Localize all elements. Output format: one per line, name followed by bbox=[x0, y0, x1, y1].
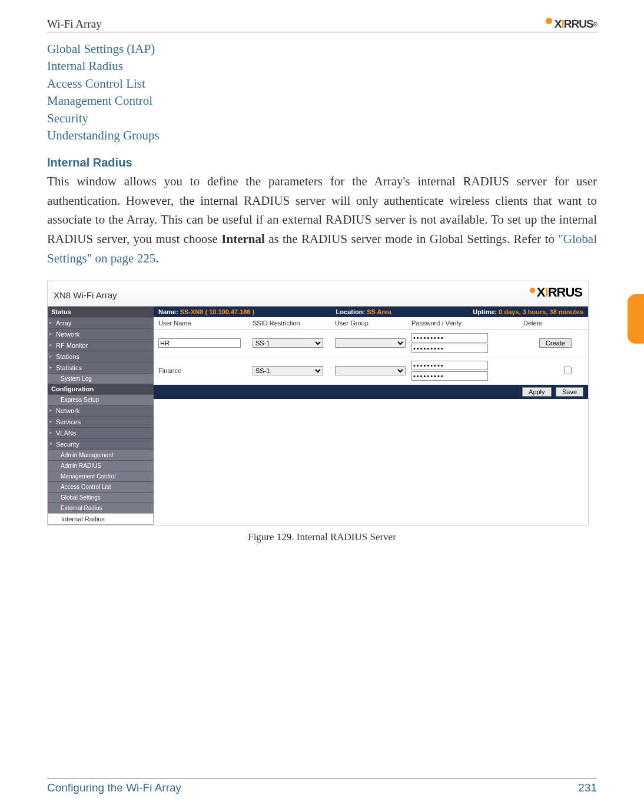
sidebar-header-status: Status bbox=[48, 307, 154, 317]
col-pass: Password / Verify bbox=[411, 320, 523, 327]
see-also-list: Global Settings (IAP) Internal Radius Ac… bbox=[47, 41, 597, 144]
section-heading: Internal Radius bbox=[47, 156, 597, 169]
sidebar-item-security[interactable]: Security bbox=[48, 438, 154, 450]
sidebar-item-external-radius[interactable]: External Radius bbox=[48, 502, 154, 513]
status-bar: Name: SS-XN8 ( 10.100.47.186 ) Location:… bbox=[154, 307, 588, 317]
status-name: SS-XN8 ( 10.100.47.186 ) bbox=[180, 308, 255, 315]
password-input[interactable] bbox=[411, 333, 488, 342]
col-delete: Delete bbox=[523, 320, 548, 327]
sidebar-item-rf-monitor[interactable]: RF Monitor bbox=[48, 340, 154, 351]
sidebar-item-admin-management[interactable]: Admin Management bbox=[48, 450, 154, 460]
footer-page-number: 231 bbox=[578, 781, 597, 794]
table-row: SS-1 Create bbox=[154, 330, 588, 357]
status-name-label: Name: bbox=[158, 308, 178, 315]
action-bar: Apply Save bbox=[154, 385, 588, 399]
figure-screenshot: XN8 Wi-Fi Array XIRRUS Status Array Netw… bbox=[47, 281, 589, 525]
para-end: . bbox=[155, 251, 158, 265]
link-security[interactable]: Security bbox=[47, 110, 597, 127]
link-understanding-groups[interactable]: Understanding Groups bbox=[47, 127, 597, 144]
sidebar-item-services[interactable]: Services bbox=[48, 416, 154, 427]
link-access-control-list[interactable]: Access Control List bbox=[47, 75, 597, 92]
table-row: Finance SS-1 bbox=[154, 357, 588, 385]
figure-caption: Figure 129. Internal RADIUS Server bbox=[47, 531, 597, 543]
app-sidebar: Status Array Network RF Monitor Stations… bbox=[48, 307, 154, 525]
username-input[interactable] bbox=[158, 338, 241, 348]
sidebar-item-internal-radius[interactable]: Internal Radius bbox=[48, 513, 154, 525]
verify-input[interactable] bbox=[411, 344, 488, 353]
link-internal-radius[interactable]: Internal Radius bbox=[47, 58, 597, 75]
brand-logo: XIRRUS® bbox=[546, 18, 597, 31]
sidebar-item-network[interactable]: Network bbox=[48, 328, 154, 340]
status-location: SS Area bbox=[367, 308, 391, 315]
create-button[interactable]: Create bbox=[539, 338, 572, 348]
save-button[interactable]: Save bbox=[556, 387, 583, 397]
sidebar-item-network2[interactable]: Network bbox=[48, 405, 154, 416]
sidebar-item-access-control-list[interactable]: Access Control List bbox=[48, 481, 154, 492]
delete-checkbox[interactable] bbox=[564, 367, 572, 374]
status-uptime: 0 days, 3 hours, 38 minutes bbox=[499, 308, 583, 315]
verify-input[interactable] bbox=[411, 371, 488, 381]
page-header: Wi-Fi Array XIRRUS® bbox=[47, 18, 597, 32]
sidebar-item-admin-radius[interactable]: Admin RADIUS bbox=[48, 460, 154, 471]
sidebar-header-config: Configuration bbox=[48, 384, 154, 394]
para-bold: Internal bbox=[221, 232, 265, 246]
sidebar-item-system-log[interactable]: System Log bbox=[48, 373, 154, 384]
table-header: User Name SSID Restriction User Group Pa… bbox=[154, 317, 588, 330]
running-head: Wi-Fi Array bbox=[47, 18, 102, 31]
sidebar-item-global-settings[interactable]: Global Settings bbox=[48, 492, 154, 502]
sidebar-item-management-control[interactable]: Management Control bbox=[48, 471, 154, 481]
app-title: XN8 Wi-Fi Array bbox=[54, 290, 117, 300]
sidebar-item-stations[interactable]: Stations bbox=[48, 351, 154, 362]
section-body: This window allows you to define the par… bbox=[47, 172, 597, 268]
status-location-label: Location: bbox=[336, 308, 366, 315]
page-footer: Configuring the Wi-Fi Array 231 bbox=[47, 778, 597, 794]
username-text: Finance bbox=[158, 367, 181, 374]
col-user: User Name bbox=[158, 320, 253, 327]
status-uptime-label: Uptime: bbox=[473, 308, 497, 315]
app-header: XN8 Wi-Fi Array XIRRUS bbox=[48, 281, 588, 307]
sidebar-item-array[interactable]: Array bbox=[48, 317, 154, 328]
password-input[interactable] bbox=[411, 361, 488, 370]
col-group: User Group bbox=[335, 320, 411, 327]
app-main: Name: SS-XN8 ( 10.100.47.186 ) Location:… bbox=[154, 307, 588, 525]
ssid-select[interactable]: SS-1 bbox=[253, 366, 323, 375]
group-select[interactable] bbox=[335, 338, 406, 348]
app-logo: XIRRUS bbox=[530, 285, 582, 300]
sidebar-item-vlans[interactable]: VLANs bbox=[48, 427, 154, 438]
group-select[interactable] bbox=[335, 366, 406, 375]
col-ssid: SSID Restriction bbox=[253, 320, 335, 327]
sidebar-item-express-setup[interactable]: Express Setup bbox=[48, 394, 154, 405]
para-post: as the RADIUS server mode in Global Sett… bbox=[265, 232, 558, 246]
sidebar-item-statistics[interactable]: Statistics bbox=[48, 362, 154, 373]
link-global-settings-iap[interactable]: Global Settings (IAP) bbox=[47, 41, 597, 58]
link-management-control[interactable]: Management Control bbox=[47, 92, 597, 109]
apply-button[interactable]: Apply bbox=[522, 387, 552, 397]
ssid-select[interactable]: SS-1 bbox=[253, 338, 323, 348]
thumb-tab bbox=[628, 294, 644, 344]
footer-left: Configuring the Wi-Fi Array bbox=[47, 781, 181, 794]
